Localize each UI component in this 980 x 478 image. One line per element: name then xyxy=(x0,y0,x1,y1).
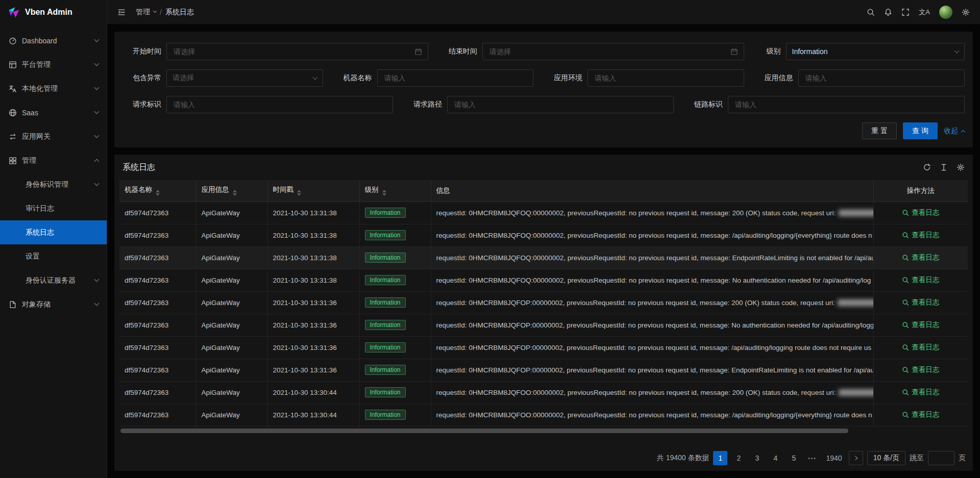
action-cell: 查看日志 xyxy=(873,336,968,359)
redacted-blur xyxy=(839,389,873,396)
magnifier-icon xyxy=(902,254,909,261)
sort-icon[interactable] xyxy=(233,190,237,196)
fullscreen-icon[interactable] xyxy=(897,4,914,20)
sidebar-item-label: Dashboard xyxy=(22,37,57,45)
scrollbar-thumb[interactable] xyxy=(120,429,848,433)
message-text: requestId: 0HMCRBM8JQFOQ:00000002, previ… xyxy=(436,232,872,239)
sort-icon[interactable] xyxy=(382,190,386,196)
level-select[interactable]: Information xyxy=(786,43,965,60)
level-badge: Information xyxy=(365,275,406,285)
avatar[interactable] xyxy=(939,6,952,19)
request-id-field[interactable] xyxy=(166,96,393,113)
sidebar-item-saas[interactable]: Saas xyxy=(0,100,107,124)
end-time-input[interactable] xyxy=(488,47,726,56)
jump-page-input[interactable] xyxy=(928,451,954,465)
start-time-picker[interactable] xyxy=(166,43,428,60)
sidebar-item-label: 本地化管理 xyxy=(22,84,58,93)
trace-id-input[interactable] xyxy=(734,100,959,109)
request-path-input[interactable] xyxy=(453,100,668,109)
sidebar-item-object-storage[interactable]: 对象存储 xyxy=(0,292,107,316)
sidebar-item-settings[interactable]: 设置 xyxy=(0,244,107,268)
horizontal-scrollbar[interactable] xyxy=(120,429,967,433)
sidebar-item-management[interactable]: 管理 xyxy=(0,148,107,172)
machine-name-input[interactable] xyxy=(383,73,528,83)
sidebar-item-localization-management[interactable]: 本地化管理 xyxy=(0,77,107,100)
sidebar-item-identity-management[interactable]: 身份标识管理 xyxy=(0,172,107,196)
app-env-field[interactable] xyxy=(587,69,744,87)
page-size-select[interactable]: 10 条/页 xyxy=(867,451,905,465)
column-header-level[interactable]: 级别 xyxy=(359,180,431,202)
table-row[interactable]: df5974d72363ApiGateWay2021-10-30 13:30:4… xyxy=(119,404,968,426)
notification-bell-icon[interactable] xyxy=(880,4,896,20)
settings-gear-icon[interactable] xyxy=(958,4,974,20)
app-info-cell: ApiGateWay xyxy=(196,269,267,291)
table-row[interactable]: df5974d72363ApiGateWay2021-10-30 13:31:3… xyxy=(119,202,968,224)
sidebar-item-platform-management[interactable]: 平台管理 xyxy=(0,53,107,77)
page-ellipsis[interactable]: ••• xyxy=(805,451,819,465)
gateway-icon xyxy=(8,132,17,141)
view-log-link[interactable]: 查看日志 xyxy=(902,410,939,419)
column-header-app-info[interactable]: 应用信息 xyxy=(196,180,267,202)
column-header-machine-name[interactable]: 机器名称 xyxy=(119,180,196,202)
column-settings-gear-icon[interactable] xyxy=(957,163,965,171)
app-info-field[interactable] xyxy=(798,69,965,87)
view-log-label: 查看日志 xyxy=(912,208,939,217)
table-row[interactable]: df5974d72363ApiGateWay2021-10-30 13:31:3… xyxy=(119,291,968,314)
refresh-icon[interactable] xyxy=(923,163,931,171)
breadcrumb-parent[interactable]: 管理 xyxy=(136,8,150,17)
request-path-field[interactable] xyxy=(447,96,674,113)
table-header: 机器名称应用信息时间戳级别信息操作方法 xyxy=(119,180,968,202)
message-text: requestId: 0HMCRBM8JQFOO:00000002, previ… xyxy=(436,411,872,419)
app-logo[interactable]: Vben Admin xyxy=(0,0,107,24)
app-env-input[interactable] xyxy=(594,73,738,83)
page-button-1940[interactable]: 1940 xyxy=(823,451,844,465)
sort-icon[interactable] xyxy=(156,190,160,196)
sidebar-item-audit-logs[interactable]: 审计日志 xyxy=(0,196,107,220)
view-log-link[interactable]: 查看日志 xyxy=(902,275,939,285)
column-label: 操作方法 xyxy=(907,187,935,194)
has-exception-select[interactable]: 请选择 xyxy=(166,69,323,87)
page-button-1[interactable]: 1 xyxy=(713,451,727,465)
sort-icon[interactable] xyxy=(297,190,301,196)
trace-id-field[interactable] xyxy=(728,96,965,113)
view-log-link[interactable]: 查看日志 xyxy=(902,388,939,397)
query-button[interactable]: 查 询 xyxy=(903,122,938,139)
level-cell: Information xyxy=(359,291,431,314)
request-id-input[interactable] xyxy=(173,100,387,109)
table-row[interactable]: df5974d72363ApiGateWay2021-10-30 13:31:3… xyxy=(119,336,968,359)
translate-icon[interactable]: 文A xyxy=(915,4,934,20)
next-page-button[interactable] xyxy=(849,451,863,465)
collapse-link[interactable]: 收起 xyxy=(944,127,965,136)
sidebar-item-auth-server[interactable]: 身份认证服务器 xyxy=(0,268,107,292)
view-log-link[interactable]: 查看日志 xyxy=(902,208,939,217)
end-time-picker[interactable] xyxy=(482,43,744,60)
view-log-link[interactable]: 查看日志 xyxy=(902,365,939,374)
view-log-link[interactable]: 查看日志 xyxy=(902,231,939,240)
row-height-icon[interactable] xyxy=(940,163,948,171)
page-button-4[interactable]: 4 xyxy=(768,451,782,465)
table-row[interactable]: df5974d72363ApiGateWay2021-10-30 13:31:3… xyxy=(119,314,968,336)
view-log-link[interactable]: 查看日志 xyxy=(902,253,939,262)
page-button-3[interactable]: 3 xyxy=(750,451,764,465)
view-log-link[interactable]: 查看日志 xyxy=(902,320,939,330)
sidebar-item-app-gateway[interactable]: 应用网关 xyxy=(0,124,107,148)
page-button-5[interactable]: 5 xyxy=(787,451,801,465)
machine-name-field[interactable] xyxy=(377,69,534,87)
view-log-link[interactable]: 查看日志 xyxy=(902,298,939,307)
table-row[interactable]: df5974d72363ApiGateWay2021-10-30 13:31:3… xyxy=(119,359,968,381)
column-header-timestamp[interactable]: 时间戳 xyxy=(267,180,359,202)
table-row[interactable]: df5974d72363ApiGateWay2021-10-30 13:31:3… xyxy=(119,246,968,269)
menu-fold-icon[interactable] xyxy=(113,4,130,20)
view-log-link[interactable]: 查看日志 xyxy=(902,343,939,352)
jump-label: 跳至 xyxy=(910,454,924,463)
search-icon[interactable] xyxy=(863,4,879,20)
page-button-2[interactable]: 2 xyxy=(731,451,746,465)
start-time-input[interactable] xyxy=(173,47,410,56)
sidebar-item-dashboard[interactable]: Dashboard xyxy=(0,29,107,53)
sidebar-item-system-logs[interactable]: 系统日志 xyxy=(0,220,107,244)
reset-button[interactable]: 重 置 xyxy=(862,122,897,139)
table-row[interactable]: df5974d72363ApiGateWay2021-10-30 13:30:4… xyxy=(119,381,968,404)
app-info-input[interactable] xyxy=(804,73,959,83)
table-row[interactable]: df5974d72363ApiGateWay2021-10-30 13:31:3… xyxy=(119,224,968,246)
table-row[interactable]: df5974d72363ApiGateWay2021-10-30 13:31:3… xyxy=(119,269,968,291)
